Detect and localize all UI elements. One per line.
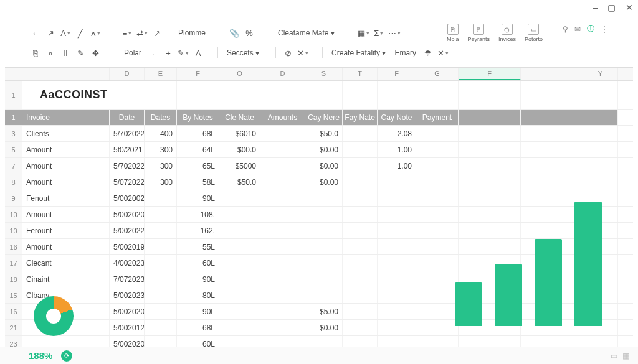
cell[interactable] bbox=[459, 287, 521, 303]
row-header[interactable]: 1 bbox=[5, 81, 22, 109]
font2-icon[interactable]: A bbox=[193, 47, 204, 58]
row-header[interactable]: 9 bbox=[5, 190, 22, 206]
cell[interactable]: $50.0 bbox=[219, 174, 260, 190]
cell[interactable]: 65L bbox=[177, 158, 219, 174]
cell[interactable]: $6010 bbox=[219, 126, 260, 141]
cell[interactable] bbox=[343, 207, 378, 222]
cell[interactable] bbox=[583, 158, 618, 174]
cell[interactable] bbox=[521, 255, 583, 271]
cell[interactable] bbox=[145, 223, 177, 238]
row-header[interactable]: 16 bbox=[5, 239, 22, 254]
cell[interactable]: 58L bbox=[177, 174, 219, 190]
cell[interactable]: $0.00 bbox=[305, 158, 343, 174]
ff-icon[interactable]: » bbox=[45, 47, 56, 58]
row-header[interactable]: 21 bbox=[5, 320, 22, 335]
cell[interactable] bbox=[378, 239, 416, 254]
cell[interactable] bbox=[219, 190, 260, 206]
cleatume-dropdown[interactable]: Cleatame Mate ▾ bbox=[275, 29, 337, 37]
column-header[interactable]: D bbox=[260, 68, 305, 80]
cell[interactable] bbox=[416, 320, 459, 335]
pencil-icon[interactable]: ✎ bbox=[178, 47, 189, 58]
cell[interactable] bbox=[305, 287, 343, 303]
cell[interactable]: 90L bbox=[177, 190, 219, 206]
cell[interactable] bbox=[416, 190, 459, 206]
cell[interactable]: 300 bbox=[145, 158, 177, 174]
x-icon[interactable]: ✕ bbox=[297, 47, 308, 58]
cell[interactable] bbox=[416, 304, 459, 319]
cell[interactable] bbox=[305, 255, 343, 271]
row-header[interactable]: 15 bbox=[5, 287, 22, 303]
dash-icon[interactable]: ╱ bbox=[75, 27, 86, 39]
cell[interactable] bbox=[343, 271, 378, 287]
cell[interactable] bbox=[583, 142, 618, 157]
row-header[interactable]: 10 bbox=[5, 223, 22, 238]
align-icon[interactable]: ≡ bbox=[121, 27, 133, 39]
cell[interactable] bbox=[416, 255, 459, 271]
cell[interactable] bbox=[459, 223, 521, 238]
cell[interactable] bbox=[416, 271, 459, 287]
column-header[interactable]: S bbox=[305, 68, 343, 80]
table-row[interactable]: 16Amount5/00201955L bbox=[5, 239, 633, 255]
cell[interactable] bbox=[219, 223, 260, 238]
plus-icon[interactable]: + bbox=[163, 47, 174, 58]
cell[interactable] bbox=[521, 287, 583, 303]
umbrella-icon[interactable]: ☂ bbox=[422, 47, 434, 58]
close-button[interactable]: ✕ bbox=[626, 2, 633, 12]
table-row[interactable]: 17Clecant4/00202360L bbox=[5, 255, 633, 271]
cell[interactable] bbox=[343, 126, 378, 141]
cell[interactable] bbox=[459, 158, 521, 174]
cell[interactable] bbox=[305, 190, 343, 206]
cell[interactable] bbox=[343, 142, 378, 157]
cell[interactable] bbox=[583, 320, 618, 335]
cell[interactable] bbox=[583, 304, 618, 319]
more-icon[interactable]: ⋯ bbox=[388, 27, 401, 39]
cell[interactable] bbox=[459, 126, 521, 141]
column-header[interactable]: E bbox=[145, 68, 177, 80]
cell[interactable]: 300 bbox=[145, 174, 177, 190]
row-header[interactable]: 1 bbox=[5, 110, 22, 125]
cell[interactable] bbox=[416, 223, 459, 238]
cell[interactable] bbox=[145, 207, 177, 222]
polar-label[interactable]: Polar bbox=[121, 49, 144, 57]
column-header[interactable]: G bbox=[416, 68, 459, 80]
cell[interactable]: 90L bbox=[177, 304, 219, 319]
cell[interactable] bbox=[219, 207, 260, 222]
row-header[interactable]: 5 bbox=[5, 142, 22, 157]
cell[interactable]: 5/002020 bbox=[110, 304, 145, 319]
column-header[interactable] bbox=[22, 68, 110, 80]
cell[interactable] bbox=[145, 287, 177, 303]
cell[interactable] bbox=[343, 255, 378, 271]
table-row[interactable]: 7Amount5/70202230065L$5000$0.001.00 bbox=[5, 158, 633, 174]
caret-icon[interactable]: ʌ bbox=[90, 27, 101, 39]
cell[interactable] bbox=[260, 142, 305, 157]
cell[interactable]: 5/002020 bbox=[110, 207, 145, 222]
cell[interactable] bbox=[583, 287, 618, 303]
cell[interactable]: Ferount bbox=[22, 223, 110, 238]
cell[interactable]: Amount bbox=[22, 207, 110, 222]
cell[interactable] bbox=[521, 239, 583, 254]
indent-icon[interactable]: ⇄ bbox=[136, 27, 148, 39]
cell[interactable]: $50.0 bbox=[305, 126, 343, 141]
cell[interactable] bbox=[521, 223, 583, 238]
cell[interactable]: 4/002023 bbox=[110, 255, 145, 271]
pin-icon[interactable]: ✥ bbox=[90, 47, 101, 58]
cell[interactable] bbox=[260, 190, 305, 206]
cell[interactable] bbox=[343, 320, 378, 335]
cell[interactable]: Fenout bbox=[22, 190, 110, 206]
cell[interactable] bbox=[219, 255, 260, 271]
table-row[interactable]: 5Amount5t0/202130064L$00.0$0.001.00 bbox=[5, 142, 633, 158]
potorto-button[interactable]: ▭Potorto bbox=[525, 24, 543, 42]
cell[interactable]: Cinaint bbox=[22, 271, 110, 287]
grid-icon[interactable]: ▦ bbox=[358, 27, 369, 39]
cell[interactable]: 108. bbox=[177, 207, 219, 222]
cell[interactable] bbox=[459, 174, 521, 190]
cell[interactable] bbox=[416, 142, 459, 157]
cell[interactable]: 2.08 bbox=[378, 126, 416, 141]
cell[interactable] bbox=[343, 304, 378, 319]
mola-button[interactable]: ⎘Mola bbox=[447, 24, 459, 42]
cell[interactable]: 5/002002 bbox=[110, 190, 145, 206]
cell[interactable] bbox=[260, 126, 305, 141]
cell[interactable]: $0.00 bbox=[305, 174, 343, 190]
cell[interactable] bbox=[459, 190, 521, 206]
cell[interactable] bbox=[416, 158, 459, 174]
